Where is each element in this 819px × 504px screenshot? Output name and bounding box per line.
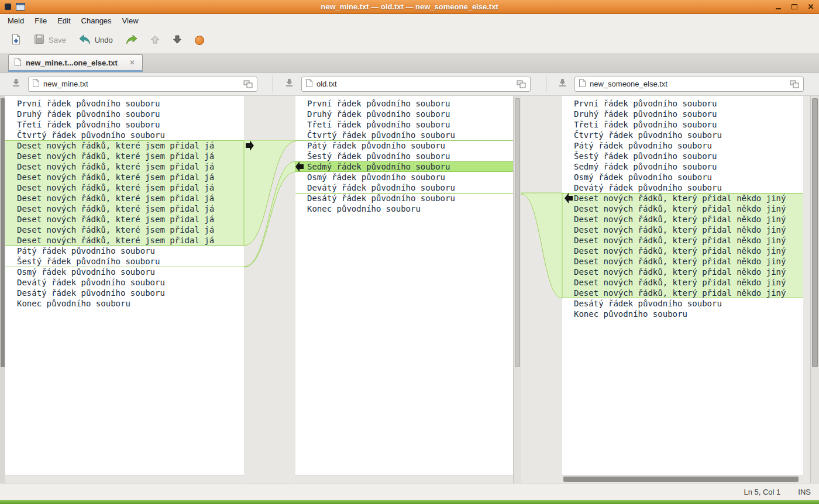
diff-line[interactable]: Druhý řádek původního souboru (562, 109, 803, 119)
diff-line[interactable]: Sedmý řádek původního souboru (562, 161, 803, 172)
diff-line[interactable]: Pátý řádek původního souboru (562, 140, 803, 151)
diff-line[interactable]: Deset nových řádků, který přidal někdo j… (562, 246, 803, 256)
diff-line[interactable]: Deset nových řádků, které jsem přidal já (5, 193, 244, 203)
menu-edit[interactable]: Edit (52, 15, 75, 26)
diff-line[interactable]: Konec původního souboru (5, 298, 244, 309)
middle-pane-hscrollbar[interactable] (295, 475, 513, 483)
diff-line[interactable]: Deset nových řádků, který přidal někdo j… (562, 288, 803, 298)
scrollbar-thumb[interactable] (515, 98, 520, 367)
middle-pane-vscrollbar[interactable] (513, 96, 521, 483)
file-browse-icon[interactable] (790, 80, 799, 88)
menu-view[interactable]: View (117, 15, 144, 26)
close-button[interactable]: ✕ (807, 4, 814, 11)
diff-line[interactable]: Šestý řádek původního souboru (295, 151, 513, 161)
new-button[interactable] (6, 30, 26, 50)
diff-line[interactable]: Třetí řádek původního souboru (295, 119, 513, 130)
diff-line[interactable]: Deset nových řádků, který přidal někdo j… (562, 203, 803, 214)
diff-line[interactable]: Čtvrtý řádek původního souboru (295, 130, 513, 140)
diff-line[interactable]: Sedmý řádek původního souboru (295, 161, 513, 172)
diff-line[interactable]: Deset nových řádků, který přidal někdo j… (562, 225, 803, 235)
diff-line[interactable]: Deset nových řádků, který přidal někdo j… (562, 193, 803, 203)
diff-line[interactable]: Desátý řádek původního souboru (5, 288, 244, 298)
diff-line[interactable]: Deset nových řádků, které jsem přidal já (5, 151, 244, 161)
diff-line[interactable]: Devátý řádek původního souboru (562, 182, 803, 193)
file-entry-old[interactable]: old.txt (301, 77, 531, 92)
left-pane-vscrollbar[interactable] (0, 96, 5, 483)
document-icon (579, 79, 586, 89)
middle-pane-text[interactable]: První řádek původního souboruDruhý řádek… (295, 96, 513, 475)
right-pane-vscrollbar[interactable] (810, 96, 819, 483)
diff-line[interactable]: Devátý řádek původního souboru (5, 277, 244, 288)
diff-line[interactable]: Deset nových řádků, které jsem přidal já (5, 235, 244, 246)
tab-comparison[interactable]: new_mine.t...one_else.txt ✕ (8, 54, 143, 72)
window-icon (16, 3, 25, 11)
diff-line[interactable]: Deset nových řádků, které jsem přidal já (5, 172, 244, 182)
tab-close-icon[interactable]: ✕ (128, 58, 136, 67)
pane-save-icon[interactable] (558, 78, 567, 89)
diff-line[interactable]: Osmý řádek původního souboru (562, 172, 803, 182)
window-menu-icon[interactable] (5, 4, 11, 10)
menu-changes[interactable]: Changes (76, 15, 117, 26)
previous-change-button[interactable] (145, 32, 165, 49)
diff-line[interactable]: Čtvrtý řádek původního souboru (562, 130, 803, 140)
undo-button[interactable]: Undo (74, 32, 118, 49)
diff-line[interactable]: Třetí řádek původního souboru (5, 119, 244, 130)
diff-connector (244, 140, 295, 246)
diff-line[interactable]: Pátý řádek původního souboru (5, 246, 244, 256)
left-pane-text[interactable]: První řádek původního souboruDruhý řádek… (5, 96, 244, 475)
file-entry-new-mine[interactable]: new_mine.txt (28, 77, 257, 92)
diff-line[interactable]: První řádek původního souboru (5, 98, 244, 109)
diff-line[interactable]: Deset nových řádků, které jsem přidal já (5, 203, 244, 214)
diff-line[interactable]: Druhý řádek původního souboru (295, 109, 513, 119)
diff-line[interactable]: Deset nových řádků, který přidal někdo j… (562, 214, 803, 225)
diff-line[interactable]: Druhý řádek původního souboru (5, 109, 244, 119)
diff-line[interactable]: Desátý řádek původního souboru (295, 193, 513, 203)
diff-line[interactable]: Šestý řádek původního souboru (562, 151, 803, 161)
minimize-button[interactable] (775, 4, 782, 11)
save-button[interactable]: Save (29, 31, 71, 49)
diff-line[interactable]: Deset nových řádků, který přidal někdo j… (562, 267, 803, 277)
diff-line[interactable]: Čtvrtý řádek původního souboru (5, 130, 244, 140)
next-change-button[interactable] (167, 32, 187, 49)
diff-line[interactable]: Devátý řádek původního souboru (295, 182, 513, 193)
diff-line[interactable]: Konec původního souboru (295, 203, 513, 214)
diff-line[interactable]: Deset nových řádků, které jsem přidal já (5, 161, 244, 172)
diff-line[interactable]: Desátý řádek původního souboru (562, 298, 803, 309)
diff-line[interactable]: Deset nových řádků, které jsem přidal já (5, 225, 244, 235)
pane-save-icon[interactable] (12, 78, 20, 89)
file-browse-icon[interactable] (517, 80, 526, 88)
right-pane-text[interactable]: První řádek původního souboruDruhý řádek… (562, 96, 803, 475)
floppy-disk-icon (34, 34, 44, 46)
diff-line[interactable]: Šestý řádek původního souboru (5, 256, 244, 267)
diff-line[interactable]: Deset nových řádků, který přidal někdo j… (562, 277, 803, 288)
menu-file[interactable]: File (29, 15, 52, 26)
diff-line[interactable]: První řádek původního souboru (295, 98, 513, 109)
file-entry-new-someone-else[interactable]: new_someone_else.txt (574, 77, 804, 92)
maximize-button[interactable] (791, 4, 798, 11)
diff-connector (521, 193, 562, 298)
diff-line[interactable]: Osmý řádek původního souboru (5, 267, 244, 277)
menu-meld[interactable]: Meld (2, 15, 29, 26)
diff-line[interactable]: Deset nových řádků, které jsem přidal já (5, 182, 244, 193)
scrollbar-thumb[interactable] (1, 98, 5, 367)
scrollbar-thumb[interactable] (563, 477, 799, 482)
scrollbar-thumb[interactable] (812, 98, 818, 367)
stop-button[interactable] (190, 33, 209, 48)
file-browse-icon[interactable] (243, 80, 253, 88)
tab-label: new_mine.t...one_else.txt (26, 58, 118, 67)
diff-line[interactable]: Deset nových řádků, který přidal někdo j… (562, 256, 803, 267)
diff-line[interactable]: Osmý řádek původního souboru (295, 172, 513, 182)
left-pane-hscrollbar[interactable] (5, 475, 244, 483)
menubar: Meld File Edit Changes View (0, 14, 819, 27)
diff-line[interactable]: Třetí řádek původního souboru (562, 119, 803, 130)
diff-line[interactable]: Deset nových řádků, který přidal někdo j… (562, 235, 803, 246)
pane-save-icon[interactable] (285, 78, 294, 89)
diff-line[interactable]: Konec původního souboru (562, 309, 803, 319)
diff-line[interactable]: Pátý řádek původního souboru (295, 140, 513, 151)
diff-line[interactable]: Deset nových řádků, které jsem přidal já (5, 214, 244, 225)
titlebar[interactable]: new_mine.txt — old.txt — new_someone_els… (0, 0, 819, 14)
right-pane-hscrollbar[interactable] (562, 475, 803, 483)
redo-button[interactable] (121, 32, 143, 49)
diff-line[interactable]: První řádek původního souboru (562, 98, 803, 109)
diff-line[interactable]: Deset nových řádků, které jsem přidal já (5, 140, 244, 151)
